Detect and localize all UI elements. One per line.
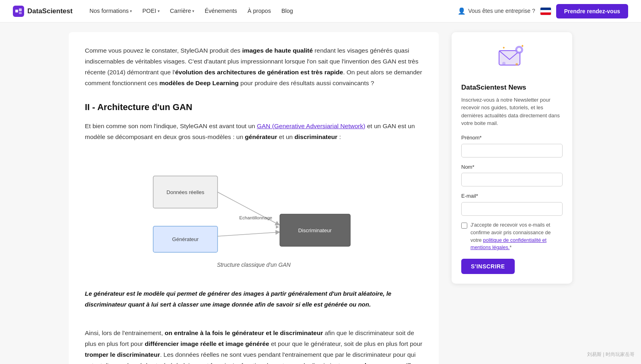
privacy-link[interactable]: politique de confidentialité et mentions… [470, 237, 546, 251]
nav-item-evenements[interactable]: Événements [201, 4, 241, 18]
chevron-down-icon: ▾ [192, 8, 194, 14]
subscribe-button[interactable]: S'INSCRIRE [461, 259, 515, 274]
nav-item-poei[interactable]: POEI ▾ [138, 4, 164, 18]
email-label: E-mail* [461, 192, 563, 200]
nav-right: 👤 Vous êtes une entreprise ? Prendre ren… [458, 4, 628, 18]
sidebar-title: DataScientest News [461, 82, 563, 93]
navigation: DataScientest Nos formations ▾ POEI ▾ Ca… [0, 0, 641, 22]
svg-text:✦: ✦ [521, 44, 524, 48]
nav-item-apropos[interactable]: À propos [244, 4, 275, 18]
nav-item-carriere[interactable]: Carrière ▾ [166, 4, 198, 18]
nav-item-blog[interactable]: Blog [277, 4, 297, 18]
nom-input[interactable] [461, 173, 563, 186]
nom-label: Nom* [461, 163, 563, 172]
consent-row: J'accepte de recevoir vos e-mails et con… [461, 221, 563, 252]
diagram-caption: Structure classique d'un GAN [217, 260, 290, 269]
svg-point-15 [517, 48, 521, 52]
email-input[interactable] [461, 202, 563, 216]
svg-line-8 [218, 232, 278, 236]
svg-rect-0 [15, 10, 18, 12]
sidebar: ✦ ✦ DataScientest News Inscrivez-vous à … [452, 32, 572, 364]
enterprise-icon: 👤 [458, 6, 466, 16]
consent-checkbox[interactable] [461, 223, 467, 229]
svg-rect-1 [19, 8, 22, 11]
consent-label: J'accepte de recevoir vos e-mails et con… [470, 221, 563, 252]
svg-point-19 [516, 63, 518, 65]
cta-button[interactable]: Prendre rendez-vous [556, 4, 628, 18]
article-para-2: Ainsi, lors de l'entrainement, on entraî… [85, 327, 423, 364]
chevron-down-icon: ▾ [130, 8, 132, 14]
logo-text: DataScientest [27, 6, 72, 16]
svg-text:Générateur: Générateur [172, 236, 199, 242]
enterprise-link[interactable]: 👤 Vous êtes une entreprise ? [458, 6, 535, 16]
sidebar-desc: Inscrivez-vous à notre Newsletter pour r… [461, 96, 563, 127]
chevron-down-icon: ▾ [158, 8, 160, 14]
nav-logo[interactable]: DataScientest [13, 6, 72, 17]
article-para-1: Et bien comme son nom l'indique, StyleGA… [85, 121, 423, 142]
logo-icon [13, 6, 24, 17]
quote-block: Le générateur est le modèle qui permet d… [85, 282, 423, 316]
svg-rect-2 [19, 12, 22, 14]
gan-link[interactable]: GAN (Generative Adversiarial Network) [257, 123, 366, 129]
svg-text:Données réelles: Données réelles [166, 189, 204, 195]
watermark: 刘易斯 | 时尚玩家岳哥 [587, 351, 635, 358]
prenom-group: Prénom* [461, 134, 563, 157]
svg-text:✦: ✦ [502, 46, 505, 50]
article-intro: Comme vous pouvez le constater, StyleGAN… [85, 45, 423, 89]
svg-marker-10 [276, 225, 279, 229]
gan-diagram: Données réelles Générateur Echantillonna… [85, 152, 423, 269]
nom-group: Nom* [461, 163, 563, 187]
prenom-input[interactable] [461, 144, 563, 157]
nav-menu: Nos formations ▾ POEI ▾ Carrière ▾ Événe… [85, 4, 458, 18]
svg-text:Echantillonnage: Echantillonnage [239, 215, 272, 220]
newsletter-card: ✦ ✦ DataScientest News Inscrivez-vous à … [452, 32, 572, 284]
main-content: Comme vous pouvez le constater, StyleGAN… [69, 32, 439, 364]
nav-item-formations[interactable]: Nos formations ▾ [85, 4, 136, 18]
language-flag[interactable] [540, 7, 551, 15]
svg-point-18 [502, 62, 505, 65]
section-title-2: II - Architecture d'un GAN [85, 100, 423, 114]
newsletter-illustration: ✦ ✦ [461, 42, 563, 77]
page-wrapper: Comme vous pouvez le constater, StyleGAN… [59, 0, 582, 364]
email-group: E-mail* [461, 192, 563, 216]
prenom-label: Prénom* [461, 134, 563, 142]
svg-text:Discriminateur: Discriminateur [298, 227, 332, 233]
diagram-svg: Données réelles Générateur Echantillonna… [141, 152, 366, 256]
